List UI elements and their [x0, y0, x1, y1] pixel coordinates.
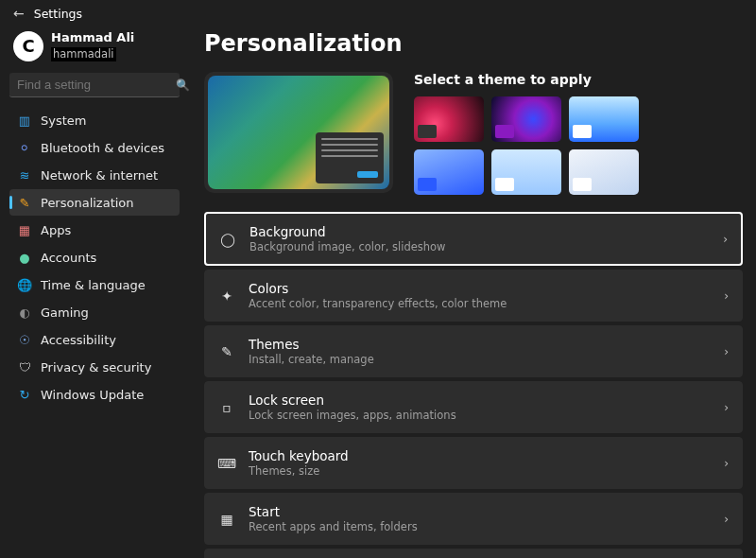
setting-start[interactable]: ▦ StartRecent apps and items, folders › [204, 493, 743, 545]
themes-title: Select a theme to apply [414, 72, 743, 87]
start-icon: ▦ [218, 512, 235, 527]
theme-tile[interactable] [569, 96, 639, 142]
setting-touchkeyboard[interactable]: ⌨ Touch keyboardThemes, size › [204, 437, 743, 489]
sidebar-item-system[interactable]: ▥System [9, 107, 180, 133]
search-field[interactable] [17, 78, 176, 92]
chevron-right-icon: › [724, 345, 729, 358]
setting-taskbar[interactable]: ▤ TaskbarTaskbar behaviors, system pins … [204, 549, 743, 558]
user-name: Hammad Ali [51, 30, 134, 45]
search-input[interactable]: 🔍 [9, 73, 180, 97]
globe-icon: 🌐 [17, 277, 32, 292]
setting-lockscreen[interactable]: ▫ Lock screenLock screen images, apps, a… [204, 381, 743, 433]
window-title: Settings [34, 7, 82, 21]
theme-tile[interactable] [414, 96, 484, 142]
accounts-icon: ● [17, 250, 32, 265]
sidebar-item-accounts[interactable]: ●Accounts [9, 244, 180, 270]
avatar: C [13, 31, 43, 61]
sidebar-item-personalization[interactable]: ✎Personalization [9, 189, 180, 216]
theme-tile[interactable] [569, 149, 639, 195]
sidebar-item-network[interactable]: ≋Network & internet [9, 162, 180, 188]
theme-tile[interactable] [414, 149, 484, 195]
theme-tile[interactable] [491, 149, 561, 195]
brush-icon: ✎ [218, 344, 235, 359]
setting-themes[interactable]: ✎ ThemesInstall, create, manage › [204, 325, 743, 377]
desktop-preview [204, 72, 393, 193]
back-icon[interactable]: ← [13, 6, 25, 21]
sidebar-item-gaming[interactable]: ◐Gaming [9, 299, 180, 325]
keyboard-icon: ⌨ [218, 456, 235, 471]
page-title: Personalization [204, 30, 743, 57]
user-email: hammadali [51, 47, 116, 62]
chevron-right-icon: › [724, 401, 729, 414]
sidebar: C Hammad Ali hammadali 🔍 ▥System ⚪Blueto… [0, 26, 185, 558]
sidebar-nav: ▥System ⚪Bluetooth & devices ≋Network & … [9, 107, 180, 408]
sidebar-item-apps[interactable]: ▦Apps [9, 217, 180, 243]
sidebar-item-update[interactable]: ↻Windows Update [9, 381, 180, 408]
chevron-right-icon: › [724, 289, 729, 303]
update-icon: ↻ [17, 387, 32, 402]
sidebar-item-privacy[interactable]: 🛡Privacy & security [9, 354, 180, 380]
chevron-right-icon: › [724, 513, 729, 526]
sidebar-item-bluetooth[interactable]: ⚪Bluetooth & devices [9, 134, 180, 161]
chevron-right-icon: › [724, 457, 729, 470]
image-icon: ◯ [219, 232, 236, 247]
accessibility-icon: ☉ [17, 332, 32, 347]
palette-icon: ✦ [218, 288, 235, 304]
window-preview [316, 132, 384, 183]
chevron-right-icon: › [723, 233, 728, 246]
apps-icon: ▦ [17, 222, 32, 237]
setting-colors[interactable]: ✦ ColorsAccent color, transparency effec… [204, 270, 743, 322]
user-profile[interactable]: C Hammad Ali hammadali [9, 26, 180, 71]
bluetooth-icon: ⚪ [17, 140, 32, 155]
settings-list: ◯ BackgroundBackground image, color, sli… [204, 212, 743, 558]
lockscreen-icon: ▫ [218, 400, 235, 415]
display-icon: ▥ [17, 113, 32, 128]
theme-tile[interactable] [491, 96, 561, 142]
gaming-icon: ◐ [17, 305, 32, 320]
shield-icon: 🛡 [17, 359, 32, 375]
themes-grid [414, 96, 743, 195]
sidebar-item-accessibility[interactable]: ☉Accessibility [9, 326, 180, 353]
brush-icon: ✎ [17, 195, 32, 210]
setting-background[interactable]: ◯ BackgroundBackground image, color, sli… [204, 212, 743, 266]
sidebar-item-time[interactable]: 🌐Time & language [9, 271, 180, 298]
main-content: Personalization Select a theme to apply [185, 26, 756, 558]
wifi-icon: ≋ [17, 167, 32, 183]
